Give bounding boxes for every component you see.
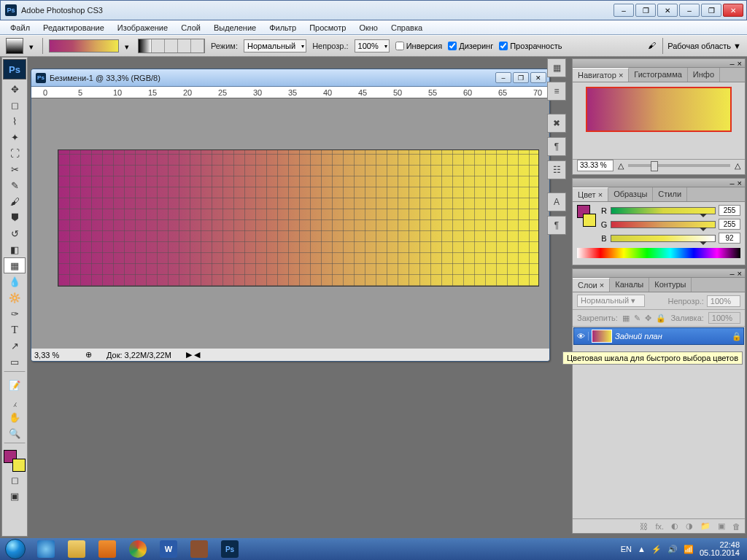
- doc-close-button[interactable]: ✕: [530, 72, 546, 83]
- gradient-angle-icon[interactable]: [165, 39, 178, 52]
- dock-icon-2[interactable]: ≡: [547, 82, 566, 101]
- slice-tool[interactable]: ✂: [4, 161, 26, 177]
- menu-select[interactable]: Выделение: [208, 22, 262, 34]
- menu-view[interactable]: Просмотр: [303, 22, 352, 34]
- color-swatches[interactable]: [4, 450, 26, 472]
- blur-tool[interactable]: 💧: [4, 273, 26, 289]
- new-layer-icon[interactable]: ▣: [718, 521, 725, 531]
- navigator-zoom-value[interactable]: 33.33 %: [577, 160, 614, 171]
- start-button[interactable]: [0, 538, 31, 560]
- taskbar-app1[interactable]: [185, 540, 214, 559]
- g-slider[interactable]: [611, 221, 716, 228]
- stamp-tool[interactable]: ⛊: [4, 209, 26, 225]
- taskbar-word[interactable]: W: [154, 540, 183, 559]
- screenmode-toggle[interactable]: ▣: [4, 488, 26, 504]
- navigator-thumbnail[interactable]: [586, 87, 732, 132]
- maximize-button[interactable]: ❐: [701, 4, 721, 17]
- type-tool[interactable]: T: [4, 322, 26, 338]
- reverse-checkbox[interactable]: [395, 42, 404, 50]
- tray-network-icon[interactable]: 📶: [684, 545, 694, 554]
- folder-icon[interactable]: 📁: [700, 521, 711, 531]
- eyedropper-tool[interactable]: ⁁: [4, 393, 26, 409]
- b-slider[interactable]: [611, 235, 716, 242]
- brush-icon[interactable]: 🖌: [648, 41, 658, 51]
- quickmask-toggle[interactable]: ◻: [4, 472, 26, 488]
- lock-all-icon[interactable]: 🔒: [656, 314, 666, 323]
- gradient-tool[interactable]: ▦: [4, 257, 26, 273]
- dodge-tool[interactable]: 🔆: [4, 289, 26, 306]
- dock-icon-3[interactable]: ✖: [547, 114, 566, 133]
- menu-help[interactable]: Справка: [385, 22, 428, 34]
- gradient-type-group[interactable]: [138, 39, 205, 53]
- doc-maximize-button[interactable]: ❐: [513, 72, 529, 83]
- navigator-zoom-slider[interactable]: [628, 164, 730, 167]
- trash-icon[interactable]: 🗑: [732, 522, 740, 531]
- crop-tool[interactable]: ⛶: [4, 145, 26, 161]
- gradient-tool-icon[interactable]: [6, 38, 23, 54]
- layer-opacity-select[interactable]: 100%: [707, 295, 740, 307]
- gradient-reflected-icon[interactable]: [178, 39, 191, 52]
- mode-select[interactable]: Нормальный: [244, 39, 306, 52]
- color-ramp[interactable]: [577, 248, 740, 258]
- panel-close-icon[interactable]: ×: [738, 269, 742, 278]
- b-value[interactable]: 92: [719, 233, 740, 244]
- color-fb-swatch[interactable]: [577, 205, 596, 227]
- notes-tool[interactable]: 📝: [4, 377, 26, 393]
- gradient-swatch[interactable]: [49, 39, 119, 52]
- menu-layer[interactable]: Слой: [175, 22, 206, 34]
- heal-tool[interactable]: ✎: [4, 177, 26, 193]
- tab-styles[interactable]: Стили: [653, 187, 687, 201]
- history-brush-tool[interactable]: ↺: [4, 225, 26, 241]
- doc-zoom-value[interactable]: 3,33 %: [34, 351, 71, 359]
- panel-close-icon[interactable]: ×: [738, 179, 742, 187]
- layer-row[interactable]: 👁 Задний план 🔒: [573, 327, 744, 345]
- path-tool[interactable]: ↗: [4, 338, 26, 354]
- workspace-select[interactable]: Рабочая область ▼: [667, 42, 741, 50]
- panel-collapse-icon[interactable]: –: [729, 179, 734, 187]
- dock-icon-4[interactable]: ¶: [547, 137, 566, 156]
- document-canvas[interactable]: [31, 98, 549, 348]
- wand-tool[interactable]: ✦: [4, 129, 26, 145]
- mask-icon[interactable]: ◐: [671, 521, 678, 531]
- tray-volume-icon[interactable]: 🔊: [667, 545, 678, 554]
- lock-position-icon[interactable]: ✥: [645, 314, 651, 323]
- brush-tool[interactable]: 🖌: [4, 193, 26, 209]
- gradient-linear-icon[interactable]: [139, 39, 152, 52]
- tab-color[interactable]: Цвет ×: [573, 187, 608, 201]
- tray-flag-icon[interactable]: ▲: [638, 545, 646, 553]
- tab-paths[interactable]: Контуры: [649, 278, 692, 292]
- adjustment-icon[interactable]: ◑: [686, 521, 693, 531]
- zoom-out-icon[interactable]: △: [618, 161, 624, 171]
- tray-lang[interactable]: EN: [621, 545, 632, 553]
- dock-icon-7[interactable]: ¶: [547, 216, 566, 235]
- layer-name[interactable]: Задний план: [615, 332, 732, 341]
- taskbar-photoshop[interactable]: Ps: [215, 540, 244, 559]
- gradient-diamond-icon[interactable]: [191, 39, 204, 52]
- restore-group-button[interactable]: ❐: [635, 4, 656, 17]
- menu-image[interactable]: Изображение: [112, 22, 174, 34]
- layer-thumbnail[interactable]: [592, 330, 612, 343]
- lock-transparency-icon[interactable]: ▦: [622, 314, 630, 323]
- menu-window[interactable]: Окно: [353, 22, 384, 34]
- pen-tool[interactable]: ✑: [4, 306, 26, 322]
- r-value[interactable]: 255: [719, 205, 740, 216]
- dither-checkbox[interactable]: [448, 42, 457, 50]
- zoom-tool[interactable]: 🔍: [4, 425, 26, 441]
- marquee-tool[interactable]: ◻: [4, 97, 26, 113]
- tray-power-icon[interactable]: ⚡: [651, 545, 662, 554]
- minimize-group-button[interactable]: –: [614, 4, 634, 17]
- panel-collapse-icon[interactable]: –: [729, 269, 734, 278]
- dock-icon-5[interactable]: ☷: [547, 160, 566, 179]
- dock-icon-1[interactable]: ▦: [547, 58, 566, 77]
- blend-mode-select[interactable]: Нормальный ▾: [577, 295, 645, 307]
- link-layers-icon[interactable]: ⛓: [640, 522, 648, 531]
- taskbar-chrome[interactable]: [123, 540, 152, 559]
- opacity-select[interactable]: 100%: [355, 39, 390, 52]
- dock-icon-6[interactable]: A: [547, 192, 566, 211]
- menu-filter[interactable]: Фильтр: [263, 22, 302, 34]
- doc-minimize-button[interactable]: –: [495, 72, 511, 83]
- r-slider[interactable]: [611, 207, 716, 214]
- menu-file[interactable]: Файл: [4, 22, 36, 34]
- lock-paint-icon[interactable]: ✎: [634, 314, 640, 323]
- shape-tool[interactable]: ▭: [4, 354, 26, 370]
